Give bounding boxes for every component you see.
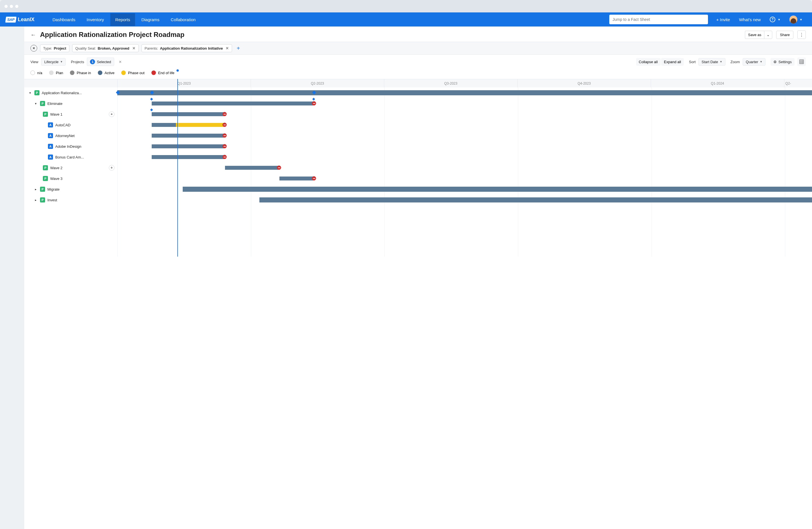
gantt-bar[interactable] bbox=[225, 166, 278, 170]
save-as-button[interactable]: Save as ⌄ bbox=[745, 31, 772, 39]
more-menu-button[interactable]: ⋮ bbox=[797, 30, 806, 39]
filter-chip-type[interactable]: Type: Project bbox=[40, 45, 69, 52]
row-label[interactable]: Wave 2 bbox=[50, 166, 62, 170]
gear-icon: ⚙ bbox=[773, 60, 777, 64]
timeline-column: Q1-2023 bbox=[117, 79, 251, 87]
application-badge: A bbox=[48, 123, 53, 127]
gantt-bar[interactable] bbox=[279, 176, 313, 181]
row-label[interactable]: AutoCAD bbox=[55, 123, 71, 127]
legend: n/a Plan Phase in Active Phase out End o… bbox=[24, 69, 812, 79]
info-button[interactable] bbox=[109, 165, 115, 171]
help-menu[interactable]: ? ▼ bbox=[766, 17, 784, 22]
gantt-row: A AutoCAD bbox=[24, 119, 812, 130]
browser-chrome bbox=[0, 0, 812, 12]
projects-label: Projects bbox=[71, 60, 84, 64]
timeline-column: Q1-2024 bbox=[651, 79, 784, 87]
timeline-header: Q1-2023 Q2-2023 Q3-2023 Q4-2023 Q1-2024 … bbox=[24, 79, 812, 87]
chevron-down-icon[interactable]: ▾ bbox=[34, 102, 38, 105]
settings-button[interactable]: ⚙ Settings bbox=[771, 58, 795, 66]
window-dot[interactable] bbox=[10, 5, 13, 8]
collapse-all-button[interactable]: Collapse all bbox=[636, 58, 661, 66]
row-label[interactable]: Eliminate bbox=[47, 101, 62, 106]
nav-inventory[interactable]: Inventory bbox=[82, 13, 109, 26]
legend-phaseout: Phase out bbox=[121, 71, 145, 75]
info-button[interactable] bbox=[109, 111, 115, 117]
gantt-bar[interactable] bbox=[152, 155, 224, 159]
view-toolbar: View Lifecycle ▼ Projects 1 Selected ✕ C… bbox=[24, 55, 812, 69]
gantt-row: A AttorneyNet bbox=[24, 130, 812, 141]
nav-collaboration[interactable]: Collaboration bbox=[166, 13, 201, 26]
close-icon[interactable]: ✕ bbox=[224, 46, 229, 51]
project-badge: P bbox=[40, 187, 45, 192]
gantt-bar[interactable] bbox=[152, 101, 313, 105]
nav-dashboards[interactable]: Dashboards bbox=[47, 13, 81, 26]
logo[interactable]: SAP LeanIX bbox=[6, 17, 34, 23]
application-badge: A bbox=[48, 155, 53, 160]
sort-selector[interactable]: Start Date ▼ bbox=[698, 58, 725, 66]
plus-icon: + bbox=[716, 17, 719, 22]
expand-all-button[interactable]: Expand all bbox=[661, 58, 684, 66]
window-dot[interactable] bbox=[15, 5, 18, 8]
chevron-down-icon[interactable]: ▾ bbox=[28, 91, 32, 95]
row-label[interactable]: Wave 1 bbox=[50, 112, 62, 116]
gantt-bar[interactable] bbox=[117, 90, 812, 95]
clear-projects-icon[interactable]: ✕ bbox=[117, 60, 124, 64]
gantt-bar[interactable] bbox=[152, 123, 176, 127]
view-selector[interactable]: Lifecycle ▼ bbox=[41, 58, 66, 66]
gantt-bar[interactable] bbox=[152, 134, 224, 138]
gantt-bar[interactable] bbox=[259, 197, 812, 202]
milestone-icon[interactable] bbox=[150, 98, 153, 101]
search-input[interactable] bbox=[613, 17, 705, 22]
chevron-right-icon[interactable]: ▸ bbox=[34, 198, 38, 202]
row-label[interactable]: AttorneyNet bbox=[55, 134, 75, 138]
help-icon: ? bbox=[770, 17, 775, 22]
gantt-bar-phaseout[interactable] bbox=[176, 123, 224, 127]
nav-diagrams[interactable]: Diagrams bbox=[136, 13, 164, 26]
end-of-life-icon bbox=[222, 112, 227, 116]
gantt-bar[interactable] bbox=[152, 144, 224, 148]
filter-chip-quality-seal[interactable]: Quality Seal: Broken, Approved ✕ bbox=[72, 44, 139, 52]
close-icon[interactable]: ✕ bbox=[131, 46, 135, 51]
end-of-life-icon bbox=[222, 144, 227, 148]
chevron-down-icon: ▼ bbox=[778, 18, 780, 21]
chevron-down-icon[interactable]: ⌄ bbox=[764, 31, 772, 39]
gantt-bar[interactable] bbox=[183, 187, 812, 192]
search-box[interactable] bbox=[609, 15, 708, 24]
row-label[interactable]: Bonus Card Am... bbox=[55, 155, 84, 159]
window-dot[interactable] bbox=[4, 5, 8, 8]
row-label[interactable]: Application Rationaliza... bbox=[42, 91, 82, 95]
grid-icon bbox=[799, 59, 804, 64]
chevron-right-icon[interactable]: ▸ bbox=[34, 187, 38, 191]
row-label[interactable]: Migrate bbox=[47, 187, 59, 191]
page-title: Application Rationalization Project Road… bbox=[40, 31, 741, 39]
back-arrow-icon[interactable]: ← bbox=[30, 32, 36, 38]
milestone-icon[interactable] bbox=[313, 98, 315, 101]
chevron-down-icon: ▼ bbox=[760, 60, 763, 63]
avatar bbox=[789, 15, 797, 24]
gantt-bar[interactable] bbox=[152, 112, 224, 116]
timeline-column: Q2-2023 bbox=[251, 79, 384, 87]
clear-filters-button[interactable]: ✕ bbox=[30, 45, 37, 52]
svg-rect-0 bbox=[800, 60, 803, 64]
project-badge: P bbox=[40, 101, 45, 106]
share-button[interactable]: Share bbox=[776, 31, 793, 39]
nav-reports[interactable]: Reports bbox=[110, 13, 135, 26]
gantt-row: ▸ P Migrate bbox=[24, 184, 812, 195]
row-label[interactable]: Invest bbox=[47, 198, 57, 202]
chevron-down-icon: ▼ bbox=[60, 60, 63, 63]
row-label[interactable]: Adobe InDesign bbox=[55, 144, 82, 148]
invite-button[interactable]: + Invite bbox=[712, 17, 734, 22]
end-of-life-icon bbox=[222, 133, 227, 138]
projects-selector[interactable]: 1 Selected bbox=[87, 58, 114, 66]
whats-new-link[interactable]: What's new bbox=[735, 17, 765, 22]
row-label[interactable]: Wave 3 bbox=[50, 176, 62, 181]
table-view-button[interactable] bbox=[797, 58, 806, 66]
add-filter-button[interactable]: + bbox=[235, 45, 242, 52]
today-marker bbox=[177, 79, 178, 257]
sap-logo: SAP bbox=[5, 17, 17, 23]
milestone-icon[interactable] bbox=[150, 109, 153, 111]
filter-chip-parents[interactable]: Parents: Application Rationalization Ini… bbox=[142, 44, 232, 52]
project-badge: P bbox=[43, 112, 48, 117]
user-menu[interactable]: ▼ bbox=[785, 15, 806, 24]
zoom-selector[interactable]: Quarter ▼ bbox=[743, 58, 766, 66]
